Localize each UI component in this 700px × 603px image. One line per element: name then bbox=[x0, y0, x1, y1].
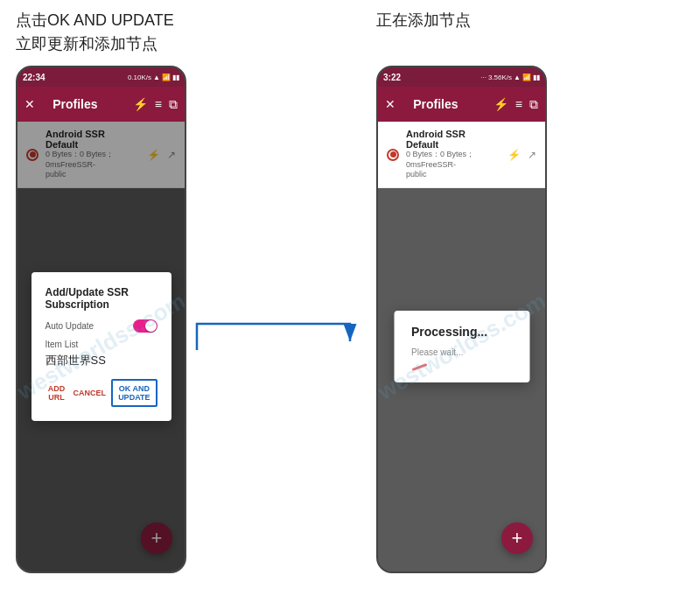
instruction-right: 正在添加节点 bbox=[376, 9, 471, 32]
fab-right[interactable]: + bbox=[501, 522, 533, 554]
bolt-action-right[interactable]: ⚡ bbox=[508, 149, 521, 161]
arrow-svg bbox=[188, 298, 372, 368]
toolbar-title-right: Profiles bbox=[385, 97, 486, 111]
signal-icon-right: 📶 bbox=[522, 74, 531, 81]
battery-icon-right: ▮▮ bbox=[533, 74, 540, 81]
profile-info-right: Android SSR Default 0 Bytes：0 Bytes；0msF… bbox=[406, 129, 500, 180]
processing-title: Processing... bbox=[411, 325, 512, 339]
profile-radio-right bbox=[387, 149, 399, 161]
instruction-left: 点击OK AND UPDATE 立即更新和添加节点 bbox=[16, 9, 174, 56]
status-icons-left: 0.10K/s ▲ 📶 ▮▮ bbox=[128, 74, 179, 81]
add-url-button[interactable]: ADD URL bbox=[46, 379, 68, 407]
bolt-icon-left[interactable]: ⚡ bbox=[133, 97, 148, 111]
bolt-icon-right[interactable]: ⚡ bbox=[494, 97, 508, 111]
phone-left: 22:34 0.10K/s ▲ 📶 ▮▮ ✕ Profiles ⚡ ≡ ⧉ An… bbox=[16, 66, 186, 573]
arrow-container bbox=[188, 298, 372, 368]
wifi-icon: ▲ bbox=[153, 74, 160, 81]
copy-icon-left[interactable]: ⧉ bbox=[169, 97, 178, 112]
profile-meta1-right: 0 Bytes：0 Bytes；0msFreeSSR- bbox=[406, 150, 500, 170]
cancel-button[interactable]: CANCEL bbox=[72, 379, 108, 407]
item-list-label: Item List bbox=[46, 340, 158, 349]
dialog-title: Add/Update SSR Subscription bbox=[46, 286, 158, 311]
fab-icon-right: + bbox=[512, 527, 523, 550]
ok-update-button[interactable]: OK AND UPDATE bbox=[111, 379, 157, 407]
processing-dialog: Processing... Please wait... bbox=[394, 311, 529, 382]
signal-icon: 📶 bbox=[162, 74, 171, 81]
instruction-line2: 立即更新和添加节点 bbox=[16, 32, 174, 56]
auto-update-row: Auto Update bbox=[46, 319, 158, 333]
instruction-line1: 点击OK AND UPDATE bbox=[16, 9, 174, 32]
phone-right: 3:22 ··· 3.56K/s ▲ 📶 ▮▮ ✕ Profiles ⚡ ≡ ⧉… bbox=[376, 66, 547, 573]
status-icons-right: ··· 3.56K/s ▲ 📶 ▮▮ bbox=[480, 74, 540, 81]
auto-update-label: Auto Update bbox=[46, 321, 94, 331]
profile-item-right[interactable]: Android SSR Default 0 Bytes：0 Bytes；0msF… bbox=[378, 122, 545, 188]
profile-name-right: Android SSR Default bbox=[406, 129, 500, 150]
time-left: 22:34 bbox=[23, 73, 46, 82]
status-bar-left: 22:34 0.10K/s ▲ 📶 ▮▮ bbox=[18, 67, 185, 87]
share-action-right[interactable]: ↗ bbox=[528, 149, 536, 161]
profile-actions-right: ⚡ ↗ bbox=[508, 149, 536, 161]
battery-icon: ▮▮ bbox=[172, 74, 179, 81]
instruction-right-text: 正在添加节点 bbox=[376, 9, 471, 32]
processing-subtitle: Please wait... bbox=[411, 347, 512, 357]
spinner-line bbox=[411, 363, 427, 371]
toolbar-left: ✕ Profiles ⚡ ≡ ⧉ bbox=[18, 87, 185, 122]
time-right: 3:22 bbox=[383, 73, 401, 82]
filter-icon-left[interactable]: ≡ bbox=[155, 97, 162, 111]
dialog-buttons: ADD URL CANCEL OK AND UPDATE bbox=[46, 379, 158, 407]
status-bar-right: 3:22 ··· 3.56K/s ▲ 📶 ▮▮ bbox=[378, 67, 545, 87]
toolbar-title-left: Profiles bbox=[24, 97, 126, 111]
dots-right: ··· bbox=[480, 74, 486, 81]
dialog-overlay-left: Add/Update SSR Subscription Auto Update … bbox=[18, 122, 185, 571]
profile-meta2-right: public bbox=[406, 170, 500, 180]
item-list-value: 西部世界SS bbox=[46, 353, 158, 368]
copy-icon-right[interactable]: ⧉ bbox=[529, 97, 538, 112]
phone-content-right: Android SSR Default 0 Bytes：0 Bytes；0msF… bbox=[378, 122, 545, 571]
filter-icon-right[interactable]: ≡ bbox=[515, 97, 522, 111]
add-update-dialog: Add/Update SSR Subscription Auto Update … bbox=[32, 272, 172, 421]
wifi-icon-right: ▲ bbox=[514, 74, 521, 81]
toolbar-right: ✕ Profiles ⚡ ≡ ⧉ bbox=[378, 87, 545, 122]
phone-content-left: Android SSR Default 0 Bytes：0 Bytes；0msF… bbox=[18, 122, 185, 571]
auto-update-toggle[interactable] bbox=[133, 319, 158, 333]
speed-right: 3.56K/s bbox=[488, 74, 512, 81]
profile-radio-inner-right bbox=[390, 151, 396, 158]
speed-left: 0.10K/s bbox=[128, 74, 151, 81]
